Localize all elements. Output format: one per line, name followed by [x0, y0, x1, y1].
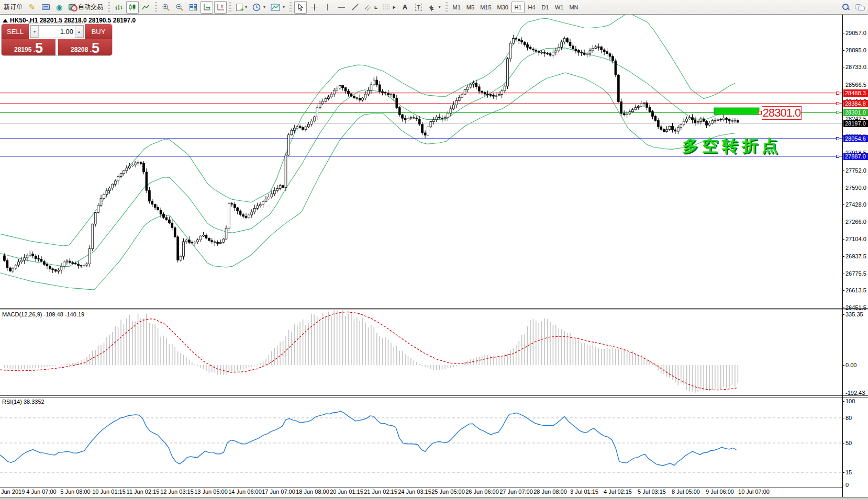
chat-icon: [855, 4, 864, 11]
horizontal-line-tool-button[interactable]: [335, 1, 348, 14]
volume-input[interactable]: 1.00: [39, 26, 75, 38]
level-line-handle[interactable]: [836, 137, 839, 140]
volume-decrease-button[interactable]: ▼: [30, 26, 39, 38]
sell-button[interactable]: SELL: [2, 24, 29, 39]
time-axis-label[interactable]: 11 Jun 02:15: [127, 488, 160, 495]
candle-chart-icon: [128, 4, 137, 11]
highlighter-button[interactable]: ✎: [26, 1, 38, 14]
cursor-tool-button[interactable]: [294, 1, 307, 14]
timeframe-h1-button[interactable]: H1: [511, 2, 525, 13]
buy-price[interactable]: 28208 .5: [58, 39, 112, 55]
time-axis-label[interactable]: 18 Jun 08:00: [296, 488, 329, 495]
toolbar-grip: [108, 2, 110, 13]
macd-label: MACD(12,26,9) -109.48 -140.19: [2, 311, 84, 317]
text-tool-button[interactable]: A: [399, 1, 411, 14]
time-axis-label[interactable]: 28 Jun 08:00: [533, 488, 567, 495]
price-tick-mark: [842, 222, 844, 222]
broadcast-button[interactable]: ◉: [53, 1, 65, 14]
level-line-handle[interactable]: [836, 155, 839, 158]
autotrade-button[interactable]: 自动交易: [66, 1, 105, 14]
channel-tool-button[interactable]: E: [362, 1, 380, 14]
chart-shift-button[interactable]: [214, 1, 227, 14]
price-badge: 27887.0: [843, 153, 868, 160]
vertical-line-tool-button[interactable]: [321, 1, 334, 14]
time-axis-label[interactable]: 3 Jul 01:15: [570, 488, 598, 495]
time-axis-label[interactable]: 10 Jun 01:15: [92, 488, 126, 495]
crosshair-tool-button[interactable]: [308, 1, 320, 14]
time-axis-label[interactable]: 27 Jun 07:00: [499, 488, 533, 495]
level-tag-28301[interactable]: 28301.0: [762, 106, 802, 120]
price-tick-label: 27104.0: [845, 236, 866, 242]
rsi-tick-label: 15: [845, 469, 852, 475]
chevron-down-icon: ▾: [439, 5, 441, 9]
rsi-tick-mark: [842, 472, 844, 473]
price-tick-mark: [842, 85, 844, 85]
time-axis-label[interactable]: 5 Jun 08:00: [60, 488, 91, 495]
timeframe-w1-button[interactable]: W1: [552, 2, 566, 13]
zoom-out-icon: [175, 3, 184, 12]
chat-button[interactable]: [853, 1, 866, 14]
one-click-trading-panel: SELL ▼ 1.00 ▲ BUY 28195 .5 28208 .5: [2, 24, 112, 55]
chevron-down-icon: ▾: [283, 5, 285, 9]
terminal-button[interactable]: [39, 1, 52, 14]
time-axis-label[interactable]: 8 Jul 05:00: [672, 488, 700, 495]
buy-button[interactable]: BUY: [85, 24, 112, 39]
timeframe-m1-button[interactable]: M1: [450, 2, 463, 13]
time-axis-label[interactable]: 17 Jun 07:00: [262, 488, 295, 495]
timeframe-mn-button[interactable]: MN: [566, 2, 581, 13]
arrows-tool-button[interactable]: ▾: [426, 1, 443, 14]
zoom-in-button[interactable]: [160, 1, 172, 14]
timeframe-d1-button[interactable]: D1: [539, 2, 552, 13]
sell-price-main: 28195 .: [14, 46, 35, 53]
tile-windows-button[interactable]: [187, 1, 199, 14]
time-axis-label[interactable]: 9 Jul 06:00: [706, 488, 734, 495]
candle-chart-button[interactable]: [126, 1, 139, 14]
timeframe-h4-button[interactable]: H4: [525, 2, 538, 13]
line-chart-button[interactable]: [140, 1, 152, 14]
level-tag-anchor[interactable]: [758, 111, 762, 115]
new-order-button[interactable]: 新订单: [2, 1, 25, 14]
timeframe-m15-button[interactable]: M15: [477, 2, 494, 13]
time-axis-label[interactable]: 5 Jul 03:15: [638, 488, 666, 495]
time-axis-label[interactable]: 21 Jun 02:15: [364, 488, 397, 495]
one-click-toggle-icon[interactable]: [3, 19, 8, 22]
zoom-out-button[interactable]: [173, 1, 186, 14]
level-line-handle[interactable]: [836, 111, 839, 114]
template-button[interactable]: ▾: [269, 1, 287, 14]
time-axis-label[interactable]: 25 Jun 05:00: [431, 488, 465, 495]
mt4-window: 新订单 ✎ ◉ 自动交易: [0, 0, 868, 500]
time-axis-label[interactable]: 4 Jun 07:00: [26, 488, 57, 495]
search-button[interactable]: [839, 1, 852, 14]
rsi-pane-canvas: [0, 397, 842, 487]
turning-point-annotation[interactable]: 多空转折点: [682, 135, 782, 157]
time-axis-label[interactable]: 20 Jun 01:15: [330, 488, 363, 495]
level-line-handle[interactable]: [836, 92, 839, 95]
add-indicator-button[interactable]: ▾: [234, 1, 249, 14]
time-axis-label[interactable]: Jun 2019: [1, 488, 25, 495]
auto-scroll-button[interactable]: [201, 1, 213, 14]
periods-button[interactable]: ▾: [250, 1, 268, 14]
level-line-handle[interactable]: [836, 102, 839, 105]
price-tick-mark: [842, 67, 844, 67]
price-tick-mark: [842, 188, 844, 188]
time-axis-label[interactable]: 24 Jun 03:15: [398, 488, 431, 495]
volume-increase-button[interactable]: ▲: [75, 26, 83, 38]
time-axis-label[interactable]: 10 Jul 07:00: [738, 488, 770, 495]
sell-price-pip: 5: [35, 41, 43, 55]
time-axis-label[interactable]: 12 Jun 03:15: [160, 488, 194, 495]
timeframe-m5-button[interactable]: M5: [464, 2, 477, 13]
fibonacci-tool-button[interactable]: F: [381, 1, 398, 14]
sell-price[interactable]: 28195 .5: [2, 39, 55, 55]
timeframe-m30-button[interactable]: M30: [495, 2, 511, 13]
trendline-tool-button[interactable]: [349, 1, 361, 14]
time-axis-label[interactable]: 4 Jul 02:15: [604, 488, 632, 495]
text-label-tool-button[interactable]: T: [413, 1, 425, 14]
autotrade-label: 自动交易: [78, 3, 103, 12]
time-axis-label[interactable]: 13 Jun 05:00: [194, 488, 228, 495]
time-axis-label[interactable]: 26 Jun 06:00: [465, 488, 499, 495]
time-axis-label[interactable]: 14 Jun 06:00: [228, 488, 262, 495]
broadcast-icon: ◉: [56, 4, 62, 11]
chart-area[interactable]: HK50-,H1 28201.5 28218.0 28190.5 28197.0…: [0, 15, 868, 500]
bar-chart-button[interactable]: [113, 1, 125, 14]
rsi-tick-label: 0: [845, 482, 849, 488]
